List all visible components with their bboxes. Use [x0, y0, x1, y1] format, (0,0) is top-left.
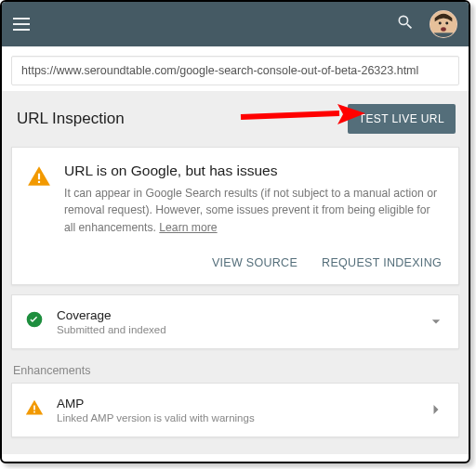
svg-marker-6	[337, 104, 365, 124]
svg-rect-11	[33, 411, 35, 413]
svg-rect-7	[38, 174, 40, 180]
request-indexing-button[interactable]: REQUEST INDEXING	[322, 256, 442, 269]
check-icon	[25, 310, 44, 332]
search-icon[interactable]	[396, 13, 415, 35]
annotation-arrow	[237, 100, 367, 136]
svg-rect-10	[33, 406, 35, 410]
menu-icon[interactable]	[13, 13, 35, 35]
amp-row[interactable]: AMP Linked AMP version is valid with war…	[11, 383, 459, 437]
avatar[interactable]	[430, 10, 457, 38]
warning-icon	[27, 164, 51, 236]
page-title: URL Inspection	[17, 110, 125, 128]
view-source-button[interactable]: VIEW SOURCE	[212, 256, 298, 269]
amp-sub: Linked AMP version is valid with warning…	[57, 412, 414, 423]
learn-more-link[interactable]: Learn more	[159, 221, 217, 234]
topbar	[2, 2, 469, 46]
amp-title: AMP	[57, 397, 414, 410]
coverage-sub: Submitted and indexed	[57, 324, 414, 335]
svg-rect-4	[434, 33, 454, 38]
chevron-right-icon	[427, 400, 445, 419]
url-input[interactable]: https://www.seroundtable.com/google-sear…	[11, 56, 459, 85]
coverage-row[interactable]: Coverage Submitted and indexed	[11, 294, 459, 349]
coverage-title: Coverage	[57, 308, 414, 322]
enhancements-label: Enhancements	[9, 355, 461, 383]
svg-point-2	[445, 22, 448, 25]
svg-line-5	[241, 113, 339, 117]
status-title: URL is on Google, but has issues	[64, 163, 443, 179]
svg-point-1	[439, 22, 442, 25]
chevron-down-icon	[427, 312, 445, 331]
status-card: URL is on Google, but has issues It can …	[11, 147, 459, 285]
status-description: It can appear in Google Search results (…	[64, 185, 443, 236]
warning-icon	[25, 398, 44, 421]
svg-point-3	[441, 27, 446, 31]
svg-rect-8	[38, 181, 40, 183]
